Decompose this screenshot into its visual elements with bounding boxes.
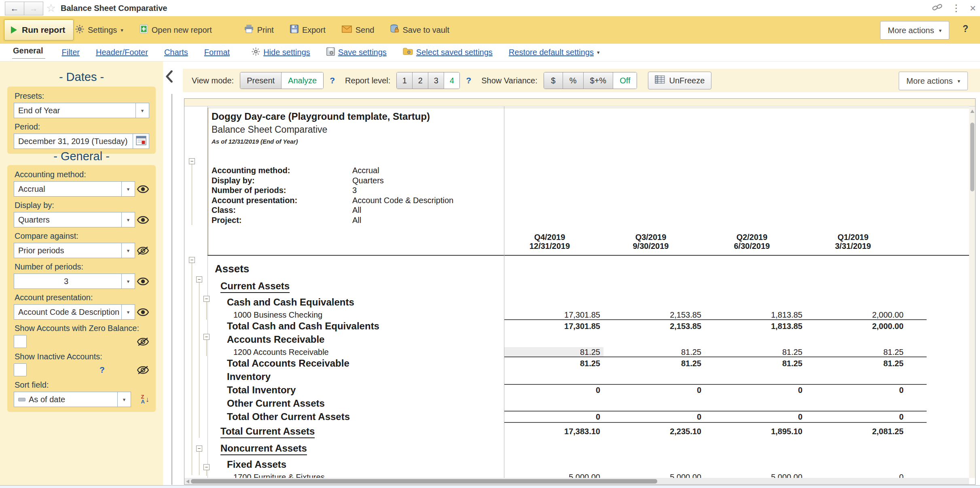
forward-button[interactable]: → (24, 2, 43, 15)
report-cell[interactable]: 2,000.00 (809, 322, 910, 331)
report-cell[interactable]: 2,235.10 (607, 426, 708, 436)
report-cell[interactable]: 81.25 (708, 359, 809, 368)
number-of-periods-input[interactable]: 3 ▾ (14, 274, 135, 289)
report-cell[interactable]: 0 (708, 412, 809, 422)
variance-percent[interactable]: % (563, 72, 584, 89)
collapse-toggle[interactable]: − (203, 464, 210, 470)
collapse-sidebar-button[interactable] (164, 70, 175, 83)
tab-general[interactable]: General (12, 46, 45, 59)
report-cell[interactable]: 17,383.10 (506, 426, 607, 436)
variance-dollar-percent[interactable]: $+% (584, 72, 614, 89)
report-cell[interactable]: 1,813.85 (708, 322, 809, 331)
view-mode-present[interactable]: Present (240, 72, 282, 89)
chevron-down-icon[interactable]: ▾ (135, 103, 149, 118)
restore-default-settings-link[interactable]: Restore default settings ▾ (509, 48, 600, 57)
eye-slash-icon[interactable] (137, 246, 149, 255)
account-presentation-select[interactable]: Account Code & Description ▾ (14, 304, 135, 320)
collapse-toggle[interactable]: − (196, 276, 202, 282)
favorite-star-icon[interactable]: ☆ (46, 2, 56, 15)
eye-slash-icon[interactable] (137, 366, 149, 374)
report-level-1[interactable]: 1 (397, 72, 413, 89)
report-cell[interactable]: 2,081.25 (809, 426, 910, 436)
report-cell[interactable]: 2,153.85 (607, 322, 708, 331)
collapse-toggle[interactable]: − (203, 296, 210, 302)
presets-select[interactable]: End of Year ▾ (14, 103, 149, 118)
report-cell[interactable]: 0 (506, 412, 607, 422)
report-cell[interactable]: 1,813.85 (708, 310, 809, 320)
report-cell[interactable]: 81.25 (809, 359, 910, 368)
display-by-select[interactable]: Quarters ▾ (14, 212, 135, 227)
report-cell[interactable]: 81.25 (708, 348, 809, 357)
report-cell[interactable]: 81.25 (809, 348, 910, 357)
print-button[interactable]: Print (244, 25, 274, 35)
eye-icon[interactable] (137, 277, 149, 286)
variance-off[interactable]: Off (613, 72, 637, 89)
report-cell[interactable]: 2,000.00 (809, 310, 910, 320)
view-mode-help-button[interactable]: ? (330, 76, 335, 85)
tab-header-footer[interactable]: Header/Footer (96, 48, 148, 57)
collapse-toggle[interactable]: − (196, 446, 202, 452)
export-button[interactable]: Export (290, 25, 326, 35)
help-button[interactable]: ? (963, 23, 968, 34)
view-mode-analyze[interactable]: Analyze (282, 72, 323, 89)
zero-balance-checkbox[interactable] (14, 335, 27, 348)
report-cell[interactable]: 81.25 (506, 348, 607, 357)
select-saved-settings-link[interactable]: Select saved settings (403, 47, 493, 57)
tab-charts[interactable]: Charts (164, 48, 188, 57)
horizontal-scrollbar-thumb[interactable] (191, 479, 657, 484)
report-cell[interactable]: 0 (708, 386, 809, 395)
eye-icon[interactable] (137, 185, 149, 193)
tab-filter[interactable]: Filter (61, 48, 79, 57)
report-cell[interactable]: 81.25 (607, 348, 708, 357)
report-cell[interactable]: 2,153.85 (607, 310, 708, 320)
eye-icon[interactable] (137, 308, 149, 316)
period-input[interactable]: December 31, 2019 (Tuesday) (14, 134, 133, 149)
horizontal-scrollbar[interactable] (184, 478, 969, 485)
scroll-left-icon[interactable] (186, 480, 189, 484)
send-button[interactable]: Send (342, 25, 375, 35)
back-button[interactable]: ← (5, 2, 24, 15)
pane-splitter[interactable] (171, 94, 172, 485)
report-level-4[interactable]: 4 (444, 72, 459, 89)
report-cell[interactable]: 81.25 (506, 359, 607, 368)
inactive-help-button[interactable]: ? (99, 365, 105, 375)
eye-icon[interactable] (137, 216, 149, 224)
report-level-2[interactable]: 2 (413, 72, 428, 89)
chevron-down-icon[interactable]: ▾ (121, 243, 135, 258)
report-cell[interactable]: 81.25 (607, 359, 708, 368)
open-new-report-button[interactable]: Open new report (140, 24, 212, 36)
report-cell[interactable]: 0 (809, 412, 910, 422)
collapse-toggle[interactable]: − (189, 158, 195, 164)
sort-za-icon[interactable]: ZA ↓ (141, 395, 149, 404)
report-cell[interactable]: 1,895.10 (708, 426, 809, 436)
save-to-vault-button[interactable]: Save to vault (390, 24, 449, 36)
variance-dollar[interactable]: $ (544, 72, 563, 89)
scroll-up-icon[interactable] (970, 110, 974, 113)
chevron-down-icon[interactable]: ▾ (121, 305, 135, 319)
sort-field-select[interactable]: As of date ▾ (14, 392, 131, 407)
tab-format[interactable]: Format (204, 48, 230, 57)
run-report-button[interactable]: Run report (4, 19, 74, 40)
report-cell[interactable]: 0 (506, 386, 607, 395)
report-cell[interactable]: 17,301.85 (506, 310, 607, 320)
eye-slash-icon[interactable] (137, 337, 149, 346)
compare-against-select[interactable]: Prior periods ▾ (14, 243, 135, 258)
settings-menu-button[interactable]: Settings▾ (75, 25, 123, 36)
collapse-toggle[interactable]: − (203, 334, 210, 340)
report-cell[interactable]: 0 (809, 386, 910, 395)
chevron-down-icon[interactable]: ▾ (121, 182, 135, 196)
chevron-down-icon[interactable]: ▾ (121, 212, 135, 227)
link-icon[interactable] (932, 3, 943, 13)
inactive-accounts-checkbox[interactable] (14, 363, 27, 376)
calendar-button[interactable] (133, 134, 149, 149)
close-icon[interactable]: × (970, 3, 976, 13)
save-settings-link[interactable]: Save settings (326, 47, 387, 58)
report-cell[interactable]: 0 (607, 386, 708, 395)
vertical-scrollbar[interactable] (969, 106, 976, 478)
report-level-3[interactable]: 3 (428, 72, 444, 89)
report-cell[interactable]: 0 (607, 412, 708, 422)
collapse-toggle[interactable]: − (189, 257, 195, 263)
accounting-method-select[interactable]: Accrual ▾ (14, 181, 135, 197)
chevron-down-icon[interactable]: ▾ (117, 392, 131, 407)
menu-kebab-icon[interactable]: ⋮ (952, 3, 961, 14)
